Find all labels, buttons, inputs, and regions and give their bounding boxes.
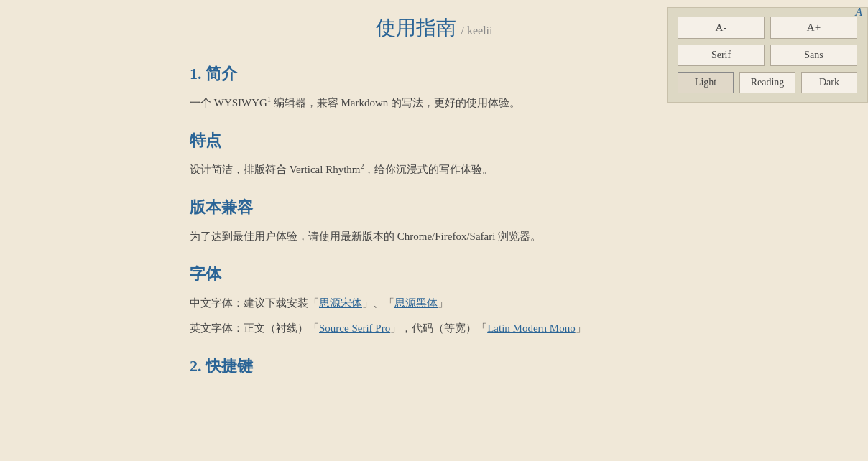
font-line-2: 英文字体：正文（衬线）「Source Serif Pro」，代码（等宽）「Lat…	[190, 319, 678, 338]
toolbar: A- A+ Serif Sans Light Reading Dark	[667, 7, 868, 103]
link-latin-modern[interactable]: Latin Modern Mono	[487, 322, 575, 334]
link-source-serif[interactable]: Source Serif Pro	[319, 322, 390, 334]
dark-theme-button[interactable]: Dark	[801, 72, 857, 93]
font-size-row: A- A+	[678, 17, 857, 39]
link-siyuan-songti[interactable]: 思源宋体	[319, 297, 362, 309]
font-decrease-button[interactable]: A-	[678, 17, 765, 39]
font-line-1: 中文字体：建议下载安装「思源宋体」、「思源黑体」	[190, 294, 678, 313]
sans-button[interactable]: Sans	[770, 45, 857, 66]
section-heading-3: 版本兼容	[190, 197, 678, 218]
section-heading-4: 字体	[190, 264, 678, 285]
page-title: 使用指南 / keelii	[190, 14, 678, 42]
font-increase-button[interactable]: A+	[770, 17, 857, 39]
reading-theme-button[interactable]: Reading	[739, 72, 795, 93]
section-heading-2: 特点	[190, 130, 678, 152]
section-heading-5: 2. 快捷键	[190, 355, 678, 377]
font-type-row: Serif Sans	[678, 45, 857, 66]
section-paragraph-2: 设计简洁，排版符合 Vertical Rhythm2，给你沉浸式的写作体验。	[190, 160, 678, 180]
section-paragraph-3: 为了达到最佳用户体验，请使用最新版本的 Chrome/Firefox/Safar…	[190, 227, 678, 246]
serif-button[interactable]: Serif	[678, 45, 765, 66]
title-text: 使用指南	[376, 17, 456, 39]
title-subtitle: / keelii	[461, 24, 493, 37]
theme-row: Light Reading Dark	[678, 72, 857, 93]
link-siyuan-heiti[interactable]: 思源黑体	[394, 297, 438, 309]
section-paragraph-1: 一个 WYSIWYG1 编辑器，兼容 Markdown 的写法，更好的使用体验。	[190, 93, 678, 113]
light-theme-button[interactable]: Light	[678, 72, 734, 93]
section-heading-1: 1. 简介	[190, 63, 678, 85]
a-top-link[interactable]: A	[855, 6, 862, 19]
